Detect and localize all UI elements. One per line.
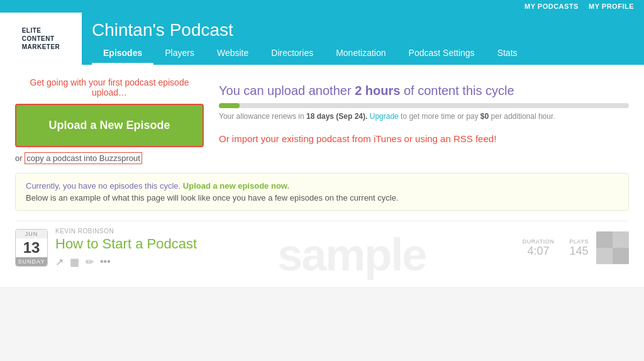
upgrade-suffix: to get more time or pay: [401, 112, 478, 121]
promo-area: Get going with your first podcast episod…: [15, 77, 629, 163]
tab-bar: Episodes Players Website Directories Mon…: [92, 43, 644, 65]
notice-box: Currently, you have no episodes this cyc…: [15, 173, 629, 211]
share-icon[interactable]: ↗: [55, 256, 64, 268]
copy-podcast-link[interactable]: copy a podcast into Buzzsprout: [25, 152, 142, 164]
plays-group: PLAYS 145: [569, 238, 589, 258]
tab-monetization[interactable]: Monetization: [325, 43, 397, 65]
no-episodes-text: Currently, you have no episodes this cyc…: [26, 181, 180, 191]
duration-label: DURATION: [523, 238, 554, 245]
tab-podcast-settings[interactable]: Podcast Settings: [397, 43, 486, 65]
edit-icon[interactable]: ✏: [86, 256, 94, 268]
episode-author: KEVIN ROBINSON: [55, 228, 515, 235]
episode-meta: DURATION 4:07 PLAYS 145: [523, 238, 589, 258]
logo: ELITE CONTENT MARKETER: [0, 13, 82, 65]
podcast-title: Chintan's Podcast: [92, 13, 644, 43]
my-podcasts-link[interactable]: MY PODCASTS: [525, 3, 579, 10]
progress-bar-fill: [219, 103, 240, 108]
allowance-prefix: Your allowance renews in: [219, 112, 304, 121]
upgrade-unit: per additional hour.: [491, 112, 555, 121]
svg-rect-1: [596, 231, 613, 248]
upgrade-link[interactable]: Upgrade: [370, 112, 399, 121]
chart-icon[interactable]: ▦: [70, 256, 79, 268]
episode-dow: SUNDAY: [16, 257, 47, 266]
below-text: Below is an example of what this page wi…: [26, 193, 618, 203]
more-icon[interactable]: •••: [100, 256, 111, 268]
tab-directories[interactable]: Directories: [260, 43, 325, 65]
tab-website[interactable]: Website: [206, 43, 260, 65]
tab-players[interactable]: Players: [153, 43, 206, 65]
upload-limit-prefix: You can upload another: [219, 84, 352, 97]
episode-title: How to Start a Podcast: [55, 236, 515, 252]
episode-date-box: JUN 13 SUNDAY: [15, 229, 48, 267]
tab-stats[interactable]: Stats: [486, 43, 529, 65]
header-right: Chintan's Podcast Episodes Players Websi…: [82, 13, 644, 65]
right-section: You can upload another 2 hours of conten…: [219, 77, 629, 144]
duration-group: DURATION 4:07: [523, 238, 554, 258]
main-content: Get going with your first podcast episod…: [0, 65, 644, 287]
page-header: ELITE CONTENT MARKETER Chintan's Podcast…: [0, 13, 644, 65]
tab-episodes[interactable]: Episodes: [92, 43, 153, 65]
episode-actions: ↗ ▦ ✏ •••: [55, 256, 515, 268]
logo-text: ELITE CONTENT MARKETER: [22, 26, 60, 51]
no-episodes-notice: Currently, you have no episodes this cyc…: [26, 181, 618, 191]
copy-prefix: or: [15, 153, 23, 163]
upload-limit-suffix: of content this cycle: [404, 84, 514, 97]
my-profile-link[interactable]: MY PROFILE: [589, 3, 634, 10]
hint-text: Get going with your first podcast episod…: [15, 77, 204, 97]
top-navigation: MY PODCASTS MY PROFILE: [0, 0, 644, 13]
svg-rect-2: [613, 248, 629, 264]
upload-limit-hours: 2 hours: [355, 84, 400, 97]
plays-value: 145: [569, 245, 589, 258]
upload-now-link[interactable]: Upload a new episode now.: [183, 181, 289, 191]
duration-value: 4:07: [523, 245, 554, 258]
episode-thumbnail: [596, 231, 629, 264]
episode-info: KEVIN ROBINSON How to Start a Podcast ↗ …: [55, 228, 515, 268]
upgrade-cost: $0: [480, 112, 489, 121]
import-hint: Or import your existing podcast from iTu…: [219, 133, 629, 144]
episode-day: 13: [16, 238, 47, 257]
progress-bar-background: [219, 103, 629, 108]
episode-sample: JUN 13 SUNDAY KEVIN ROBINSON How to Star…: [15, 221, 629, 274]
left-section: Get going with your first podcast episod…: [15, 77, 204, 163]
copy-link-row: or copy a podcast into Buzzsprout: [15, 153, 204, 163]
episode-month: JUN: [16, 230, 47, 238]
allowance-text: Your allowance renews in 18 days (Sep 24…: [219, 112, 629, 121]
upload-episode-button[interactable]: Upload a New Episode: [15, 104, 204, 147]
plays-label: PLAYS: [569, 238, 589, 245]
upload-limit-text: You can upload another 2 hours of conten…: [219, 84, 629, 98]
allowance-days: 18 days (Sep 24).: [306, 112, 367, 121]
